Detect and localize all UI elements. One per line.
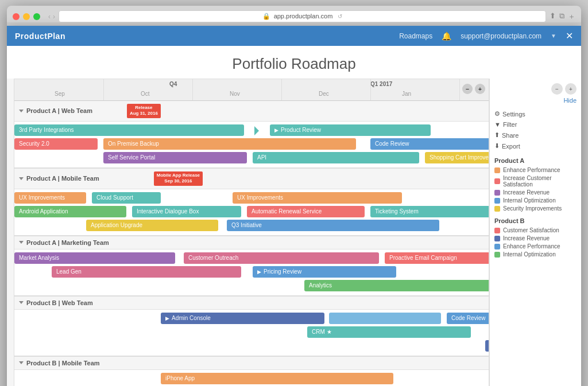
lane-body-product-b-mobile: iPhone App Mobile Monitoring Solution [14,370,489,386]
bar-3rd-party-integrations[interactable]: 3rd Party Integrations [14,124,244,136]
lane-title-product-b-web[interactable]: Product B | Web Team [14,297,489,310]
bar-on-premise[interactable]: On Premise Backup [103,138,356,150]
browser-chrome: ‹ › 🔒 app.productplan.com ↺ ⬆ ⧉ ＋ [7,6,581,22]
filter-icon: ▼ [494,121,501,128]
bar-android[interactable]: Android Application [14,206,126,217]
bar-lead-gen[interactable]: Lead Gen [52,266,241,278]
app-brand: ProductPlan [15,32,65,41]
bar-app-upgrade[interactable]: Application Upgrade [86,220,218,231]
bar-row: iPhone App [14,373,489,385]
nav-user[interactable]: support@productplan.com [461,32,541,40]
chevron-product-a-marketing [19,241,24,244]
month-jan: Jan [402,91,411,97]
bar-q2[interactable]: ▶Q2 [485,340,489,352]
bar-shopping-cart[interactable]: Shopping Cart Improvements [425,152,489,163]
timeline-header: Q4 Q1 2017 Sep Oct Nov Dec Jan Feb − [14,79,489,101]
browser-plus-icon[interactable]: ＋ [568,11,575,22]
bar-row: Self Service Portal API Shopping Cart Im… [14,152,489,165]
browser-window-icon[interactable]: ⧉ [559,11,564,22]
zoom-plus-btn[interactable]: + [475,84,485,94]
sidebar-share[interactable]: ⬆ Share [494,130,577,141]
sidebar: − + Hide ⚙ Settings ▼ Filter [489,79,581,386]
bar-row: Application Upgrade Q3 Initiative [14,220,489,232]
browser-dot-yellow[interactable] [23,13,30,20]
bar-ux-imp-1[interactable]: UX Improvements [14,192,86,204]
page-title-area: Portfolio Roadmap [7,46,581,79]
legend-item: Internal Optimization [494,197,577,204]
url-bar[interactable]: 🔒 app.productplan.com ↺ [59,10,546,22]
bar-api[interactable]: API [253,152,419,163]
bar-code-review-web[interactable]: Code Review [370,138,489,150]
lane-product-b-web: Product B | Web Team ▶Admin Console Code [14,297,489,357]
sidebar-hide-btn[interactable]: Hide [494,97,577,104]
bar-row: Security 2.0 On Premise Backup Code Revi… [14,138,489,151]
bar-code-review-b[interactable]: Code Review [447,313,489,324]
bar-security-2[interactable]: Security 2.0 [14,138,98,150]
sidebar-export[interactable]: ⬇ Export [494,141,577,151]
sidebar-minus-btn[interactable]: − [551,83,563,95]
month-oct: Oct [141,91,150,97]
bar-interactive-dialogue[interactable]: Interactive Dialogue Box [132,206,241,217]
bar-unnamed-web[interactable] [329,313,441,324]
nav-close-icon[interactable]: ✕ [566,30,573,41]
bar-ticketing[interactable]: Ticketing System [370,206,489,217]
bar-crm[interactable]: CRM ★ [307,326,471,338]
bar-pricing-review[interactable]: ▶Pricing Review [253,266,396,278]
lane-product-a-web: Product A | Web Team ReleaseAug 31, 2016 [14,101,489,169]
sidebar-plus-btn[interactable]: + [565,83,577,95]
lane-title-product-a-mobile[interactable]: Product A | Mobile Team Mobile App Relea… [14,169,489,189]
q1-2017-label: Q1 2017 [370,81,392,87]
browser-share-icon[interactable]: ⬆ [550,11,556,22]
bar-row: Android Application Interactive Dialogue… [14,206,489,219]
lane-title-product-a-web[interactable]: Product A | Web Team ReleaseAug 31, 2016 [14,101,489,122]
user-dropdown-icon[interactable]: ▼ [551,33,556,39]
browser-dot-red[interactable] [13,13,20,20]
sidebar-filter[interactable]: ▼ Filter [494,119,577,130]
nav-roadmaps[interactable]: Roadmaps [399,32,432,40]
zoom-minus-btn[interactable]: − [462,84,473,94]
content-row: Q4 Q1 2017 Sep Oct Nov Dec Jan Feb − [7,79,581,386]
bar-q3-initiative[interactable]: Q3 Initiative [227,220,439,231]
bar-row: Lead Gen ▶Pricing Review [14,266,489,279]
browser-dot-green[interactable] [33,13,40,20]
legend-b: Customer SatisfactionIncrease RevenueEnh… [494,227,577,258]
browser-frame: ‹ › 🔒 app.productplan.com ↺ ⬆ ⧉ ＋ Produ [7,6,581,386]
lane-body-product-a-mobile: UX Improvements Cloud Support UX Improve… [14,189,489,235]
bar-iphone-app[interactable]: iPhone App [161,373,393,384]
bar-ux-imp-2[interactable]: UX Improvements [233,192,402,204]
forward-arrow[interactable]: › [53,13,55,21]
lane-body-product-a-marketing: Market Analysis Customer Outreach Proact… [14,249,489,295]
month-nov: Nov [230,91,240,97]
bar-customer-outreach[interactable]: Customer Outreach [184,252,379,264]
lane-title-product-b-mobile[interactable]: Product B | Mobile Team [14,357,489,370]
lane-product-a-marketing: Product A | Marketing Team Market Analys… [14,236,489,297]
legend-b-title: Product B [494,217,577,224]
zoom-controls: − + [462,84,485,94]
chevron-product-b-mobile [19,361,24,364]
legend-a: Enhance PerformanceIncrease Customer Sat… [494,167,577,212]
bar-row: ▶Admin Console Code Review [14,313,489,325]
export-icon: ⬇ [494,142,500,150]
url-text: app.productplan.com [274,13,333,20]
bar-market-analysis[interactable]: Market Analysis [14,252,175,264]
legend-item: Customer Satisfaction [494,227,577,233]
settings-icon: ⚙ [494,110,500,118]
notification-icon[interactable]: 🔔 [442,32,451,41]
roadmap-main: Q4 Q1 2017 Sep Oct Nov Dec Jan Feb − [14,79,489,386]
bar-row: ▶Q2 [14,340,489,353]
bar-proactive-email[interactable]: Proactive Email Campaign [385,252,489,264]
legend-a-title: Product A [494,157,577,164]
back-arrow[interactable]: ‹ [48,13,51,21]
bar-self-service[interactable]: Self Service Portal [103,152,247,163]
lane-title-product-a-marketing[interactable]: Product A | Marketing Team [14,236,489,249]
bar-product-review[interactable]: ▶Product Review [270,124,431,136]
bar-analytics[interactable]: Analytics [304,280,489,291]
sidebar-settings[interactable]: ⚙ Settings [494,108,577,119]
bar-auto-renewal[interactable]: Automatic Renewal Service [247,206,365,217]
bar-cloud-support[interactable]: Cloud Support [92,192,161,204]
lane-product-a-mobile: Product A | Mobile Team Mobile App Relea… [14,169,489,236]
legend-item: Increase Customer Satisfaction [494,175,577,188]
q4-label: Q4 [169,81,177,87]
chevron-product-a-mobile [19,177,24,180]
bar-admin-console[interactable]: ▶Admin Console [161,313,324,324]
